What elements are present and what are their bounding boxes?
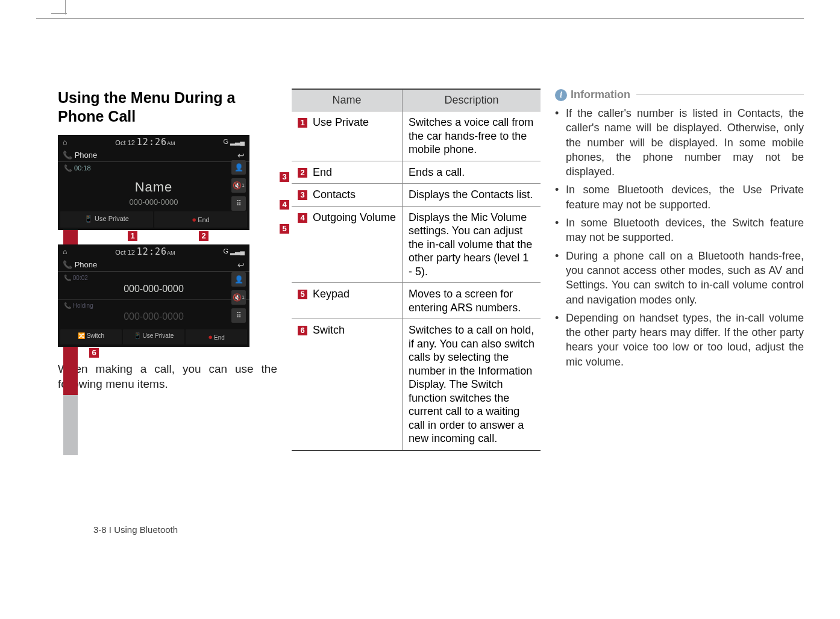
sb-use-private-label: Use Private (143, 332, 174, 339)
sa-signal: G ▂▃▄ (224, 138, 245, 146)
table-row: 6 SwitchSwitches to a call on hold, if a… (292, 319, 541, 450)
info-icon: i (555, 89, 567, 101)
sb-tabs: 📞 Phone ↩ (58, 259, 249, 272)
row-name: Use Private (310, 116, 369, 128)
sa-date: Oct 12 (115, 139, 134, 146)
contacts-icon: 👤 (231, 160, 246, 175)
cell-name: 1 Use Private (292, 111, 403, 161)
info-item: During a phone call on a Bluetooth hands… (555, 249, 804, 307)
sa-bottom: 📱 Use Private ●End (58, 209, 249, 230)
row-badge: 1 (298, 118, 307, 128)
row-name: Contacts (310, 188, 356, 201)
cell-desc: Moves to a screen for entering ARS numbe… (403, 283, 541, 319)
sb-top: ⌂ Oct 12 12:26AM G ▂▃▄ (58, 244, 249, 259)
info-rule (636, 95, 804, 95)
sb-side-icons: 👤 🔇1 ⠿ (230, 272, 247, 323)
cell-desc: Ends a call. (403, 161, 541, 184)
sb-end-label: End (214, 334, 225, 341)
row-badge: 6 (298, 326, 307, 335)
screenshots: ⌂ Oct 12 12:26AM G ▂▃▄ 📞 Phone ↩ 📞 00:18 (58, 135, 277, 347)
sb-holding-label-text: Holding (73, 302, 93, 309)
crop-mark-v (65, 0, 66, 14)
section-title: Using the Menu During a Phone Call (58, 89, 277, 126)
cell-name: 3 Contacts (292, 184, 403, 207)
home-icon: ⌂ (63, 247, 67, 256)
sb-tab-phone: 📞 Phone (63, 260, 97, 269)
sb-time: 12:26 (137, 246, 167, 257)
row-badge: 3 (298, 190, 307, 200)
sa-side-icons: 👤 🔇1 ⠿ (230, 160, 247, 211)
cell-name: 5 Keypad (292, 283, 403, 319)
sa-duration-val: 00:18 (74, 164, 91, 172)
sa-tab-phone: 📞 Phone (63, 151, 97, 160)
keypad-icon: ⠿ (231, 308, 246, 323)
sb-date: Oct 12 (115, 249, 134, 256)
sb-holding-number: 000-000-0000 (64, 309, 243, 325)
table-row: 3 ContactsDisplays the Contacts list. (292, 184, 541, 207)
table-row: 5 KeypadMoves to a screen for entering A… (292, 283, 541, 319)
callout-2: 2 (199, 231, 208, 241)
sb-signal: G ▂▃▄ (224, 247, 245, 255)
row-name: End (310, 166, 332, 178)
info-item: In some Bluetooth devices, the Use Priva… (555, 182, 804, 212)
row-name: Outgoing Volume (310, 211, 396, 223)
sa-datetime: Oct 12 12:26AM (115, 137, 175, 148)
sb-duration: 📞 00:02 (64, 275, 243, 281)
back-icon: ↩ (237, 151, 245, 160)
table-body: 1 Use PrivateSwitches a voice call from … (292, 111, 541, 450)
info-item: In some Bluetooth devices, the Switch fe… (555, 216, 804, 245)
sb-bottom: 🔀 Switch 📱 Use Private ●End (58, 327, 249, 347)
row-badge: 4 (298, 213, 307, 223)
cell-desc: Switches to a call on hold, if any. You … (403, 319, 541, 450)
row-name: Keypad (310, 288, 349, 300)
sb-tab-label: Phone (75, 260, 98, 269)
cell-name: 6 Switch (292, 319, 403, 450)
cell-name: 4 Outgoing Volume (292, 206, 403, 283)
description-table: Name Description 1 Use PrivateSwitches a… (292, 89, 541, 451)
sa-tab-label: Phone (75, 151, 98, 160)
table-row: 2 EndEnds a call. (292, 161, 541, 184)
sa-ampm: AM (167, 140, 175, 146)
row-name: Switch (310, 324, 345, 336)
end-icon: ● (192, 215, 196, 224)
screenshot-b: ⌂ Oct 12 12:26AM G ▂▃▄ 📞 Phone ↩ (58, 244, 249, 347)
table-row: 1 Use PrivateSwitches a voice call from … (292, 111, 541, 161)
sa-end: ●End (154, 211, 247, 228)
callout-3: 3 (280, 172, 289, 182)
info-heading-row: i Information (555, 89, 804, 101)
sa-number: 000-000-0000 (58, 198, 249, 207)
cell-desc: Displays the Contacts list. (403, 184, 541, 207)
screenshot-a-wrap: ⌂ Oct 12 12:26AM G ▂▃▄ 📞 Phone ↩ 📞 00:18 (58, 135, 277, 230)
back-icon: ↩ (237, 260, 245, 270)
content-columns: Using the Menu During a Phone Call ⌂ Oct… (36, 22, 804, 451)
info-list: If the caller's number is listed in Cont… (555, 106, 804, 369)
column-2: Name Description 1 Use PrivateSwitches a… (292, 89, 541, 451)
sa-name: Name (58, 179, 249, 195)
end-icon: ● (208, 332, 213, 341)
sb-active-row: 📞 00:02 000-000-0000 (58, 272, 249, 299)
table-row: 4 Outgoing VolumeDisplays the Mic Volume… (292, 206, 541, 283)
sb-use-private: 📱 Use Private (123, 329, 184, 344)
info-item: If the caller's number is listed in Cont… (555, 106, 804, 179)
callout-5: 5 (280, 224, 289, 234)
sidebar-gray (63, 395, 78, 455)
column-3: i Information If the caller's number is … (555, 89, 804, 451)
callout-6: 6 (89, 348, 99, 358)
page: Using the Menu During a Phone Call ⌂ Oct… (36, 18, 804, 583)
contacts-icon: 👤 (231, 272, 246, 287)
sa-duration: 📞 00:18 (58, 162, 249, 175)
callout-1: 1 (128, 231, 137, 241)
volume-icon: 🔇1 (231, 178, 246, 193)
cell-name: 2 End (292, 161, 403, 184)
sa-use-private-label: Use Private (95, 215, 129, 222)
screenshot-a: ⌂ Oct 12 12:26AM G ▂▃▄ 📞 Phone ↩ 📞 00:18 (58, 135, 249, 230)
sb-holding-row: 📞 Holding 000-000-0000 (58, 299, 249, 327)
sb-active-number: 000-000-0000 (64, 281, 243, 297)
info-heading: Information (571, 89, 630, 101)
sb-end: ●End (186, 329, 247, 344)
home-icon: ⌂ (63, 138, 67, 146)
th-name: Name (292, 89, 403, 111)
sa-time: 12:26 (137, 137, 167, 148)
sa-end-label: End (198, 216, 210, 223)
sb-switch-label: Switch (87, 332, 104, 339)
